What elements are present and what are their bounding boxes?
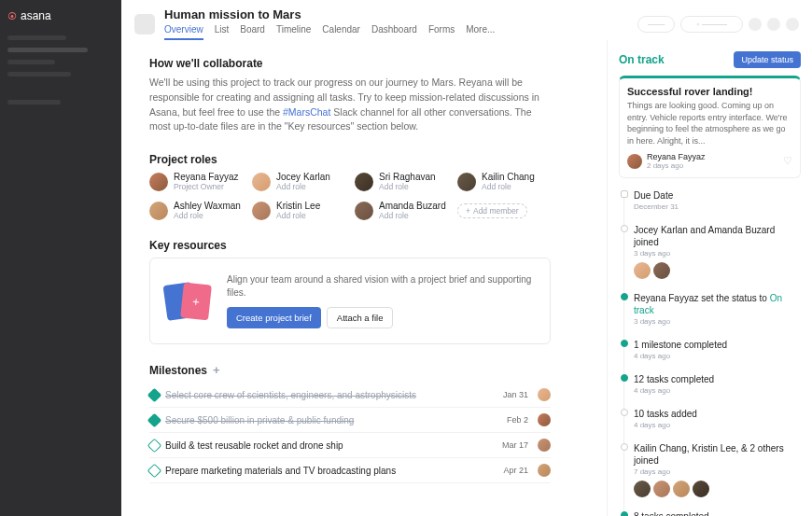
avatar xyxy=(149,173,168,191)
project-member[interactable]: Amanda BuzardAdd role xyxy=(355,201,448,220)
tab-list[interactable]: List xyxy=(215,24,230,40)
activity-title: 8 tasks completed xyxy=(634,510,801,516)
tab-board[interactable]: Board xyxy=(240,24,265,40)
tab-dashboard[interactable]: Dashboard xyxy=(371,24,417,40)
avatar xyxy=(538,464,551,477)
tab-more[interactable]: More... xyxy=(466,24,495,40)
nav-placeholder xyxy=(7,100,61,105)
activity-title: Jocey Karlan and Amanda Buzard joined xyxy=(634,224,801,248)
tab-timeline[interactable]: Timeline xyxy=(276,24,311,40)
milestone-row[interactable]: Build & test reusable rocket and drone s… xyxy=(149,433,551,458)
resources-text: Align your team around a shared vision w… xyxy=(227,273,535,300)
project-member[interactable]: Reyana FayyazProject Owner xyxy=(149,172,243,191)
avatar xyxy=(538,439,551,452)
header-pill[interactable]: ◦ ——— xyxy=(680,16,743,33)
activity-item: 1 milestone completed4 days ago xyxy=(634,339,801,360)
header-avatar[interactable] xyxy=(786,18,799,31)
activity-title: 10 tasks added xyxy=(634,408,801,420)
activity-item: 10 tasks added4 days ago xyxy=(634,408,801,429)
project-icon[interactable] xyxy=(134,14,155,35)
milestone-row[interactable]: Prepare marketing materials and TV broad… xyxy=(149,458,551,483)
status-card-title: Successful rover landing! xyxy=(627,86,792,97)
avatar xyxy=(673,481,690,497)
milestone-date: Mar 17 xyxy=(502,440,528,450)
update-status-button[interactable]: Update status xyxy=(734,51,801,68)
brand-label: asana xyxy=(21,9,51,22)
header-avatar[interactable] xyxy=(749,18,762,31)
avatar xyxy=(355,173,373,191)
avatar xyxy=(627,154,642,169)
project-member[interactable]: Ashley WaxmanAdd role xyxy=(149,201,243,220)
avatar xyxy=(653,481,670,497)
timeline-dot-icon xyxy=(621,293,628,300)
attach-file-button[interactable]: Attach a file xyxy=(327,307,394,328)
activity-time: 3 days ago xyxy=(634,249,801,258)
project-member[interactable]: Kristin LeeAdd role xyxy=(252,201,345,220)
milestone-date: Apr 21 xyxy=(503,466,528,475)
member-role: Add role xyxy=(276,182,330,191)
milestone-row[interactable]: Select core crew of scientists, engineer… xyxy=(149,383,551,408)
milestones-heading: Milestones xyxy=(149,364,207,377)
activity-item: 12 tasks completed4 days ago xyxy=(634,373,801,395)
create-brief-button[interactable]: Create project brief xyxy=(227,307,321,328)
activity-title: 12 tasks completed xyxy=(634,373,801,385)
status-card[interactable]: Successful rover landing! Things are loo… xyxy=(619,76,801,178)
project-member[interactable]: Jocey KarlanAdd role xyxy=(252,172,345,191)
tab-forms[interactable]: Forms xyxy=(428,24,455,40)
avatar xyxy=(634,481,651,497)
milestone-date: Jan 31 xyxy=(503,390,528,399)
tab-calendar[interactable]: Calendar xyxy=(322,24,360,40)
member-role: Project Owner xyxy=(174,182,238,191)
avatar xyxy=(457,173,476,191)
avatar xyxy=(252,173,271,191)
project-member[interactable]: Sri RaghavanAdd role xyxy=(355,172,448,191)
status-label: On track xyxy=(619,53,665,66)
member-name: Kailin Chang xyxy=(482,172,535,182)
timeline-dot-icon xyxy=(621,409,628,416)
milestone-check-icon[interactable] xyxy=(147,412,162,427)
member-role: Add role xyxy=(379,211,446,220)
avatar xyxy=(538,413,551,426)
collab-body: We'll be using this project to track our… xyxy=(149,76,551,134)
activity-item: 8 tasks completed8 days ago xyxy=(634,510,801,516)
avatar xyxy=(355,202,373,220)
member-name: Ashley Waxman xyxy=(174,201,241,211)
brand-logo[interactable]: ⦿ asana xyxy=(7,9,114,22)
activity-item: Kailin Chang, Kristin Lee, & 2 others jo… xyxy=(634,442,801,497)
marschat-link[interactable]: #MarsChat xyxy=(283,106,330,118)
timeline-dot-icon xyxy=(621,374,628,382)
activity-item: Reyana Fayyaz set the status to On track… xyxy=(634,292,801,326)
milestone-check-icon[interactable] xyxy=(147,438,162,453)
milestone-check-icon[interactable] xyxy=(147,463,162,478)
timeline-dot-icon xyxy=(621,511,628,516)
status-panel: On track Update status Successful rover … xyxy=(607,40,812,516)
project-title: Human mission to Mars xyxy=(164,7,628,21)
member-role: Add role xyxy=(276,211,320,220)
activity-time: 4 days ago xyxy=(634,386,801,395)
activity-item: Jocey Karlan and Amanda Buzard joined3 d… xyxy=(634,224,801,279)
timeline-dot-icon xyxy=(621,340,628,347)
milestone-title: Build & test reusable rocket and drone s… xyxy=(165,440,497,451)
nav-placeholder xyxy=(7,72,71,77)
avatar xyxy=(538,388,551,401)
member-role: Add role xyxy=(379,182,436,191)
avatar xyxy=(149,202,168,220)
activity-sub: December 31 xyxy=(634,202,801,211)
like-icon[interactable]: ♡ xyxy=(783,155,792,167)
asana-icon: ⦿ xyxy=(7,11,17,21)
member-role: Add role xyxy=(174,211,241,220)
header-avatar[interactable] xyxy=(767,18,780,31)
member-name: Sri Raghavan xyxy=(379,172,436,182)
activity-title: 1 milestone completed xyxy=(634,339,801,351)
header-pill[interactable]: —— xyxy=(637,16,675,33)
milestone-title: Select core crew of scientists, engineer… xyxy=(165,390,497,400)
add-milestone-button[interactable]: + xyxy=(213,363,220,377)
milestone-check-icon[interactable] xyxy=(147,387,162,402)
tab-overview[interactable]: Overview xyxy=(164,24,203,40)
milestone-row[interactable]: Secure $500 billion in private & public … xyxy=(149,408,551,433)
project-member[interactable]: Kailin ChangAdd role xyxy=(457,172,551,191)
add-member-button[interactable]: + Add member xyxy=(457,203,527,218)
resource-card-illustration: + xyxy=(165,284,210,319)
project-tabs: OverviewListBoardTimelineCalendarDashboa… xyxy=(164,24,628,40)
member-name: Amanda Buzard xyxy=(379,201,446,211)
